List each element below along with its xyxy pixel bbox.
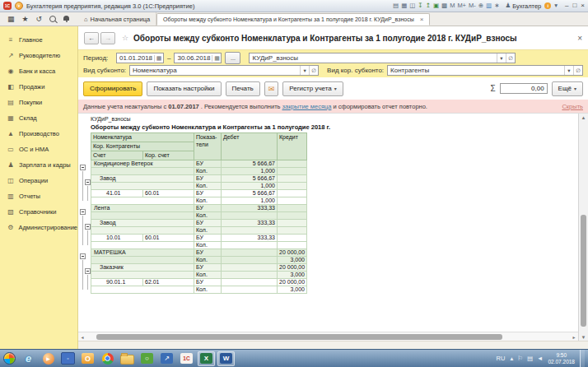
show-desktop-button[interactable] bbox=[580, 350, 585, 367]
subconto-combo[interactable]: Номенклатура ▾ ∅ bbox=[129, 65, 319, 76]
register-menu-button[interactable]: Регистр учета▾ bbox=[282, 81, 343, 96]
sidebar-item-fixed-assets[interactable]: ▭ОС и НМА bbox=[0, 142, 77, 157]
sidebar-item-reports[interactable]: ▥Отчеты bbox=[0, 188, 77, 204]
calendar-icon[interactable]: ▦ bbox=[212, 55, 221, 62]
notifications-bell-icon[interactable] bbox=[63, 16, 69, 21]
app-grid-icon[interactable]: ▦ bbox=[7, 14, 15, 24]
cor-subconto-combo[interactable]: Контрагенты ▾ ∅ bbox=[387, 65, 583, 76]
sidebar-item-warehouse[interactable]: ▦Склад bbox=[0, 110, 77, 126]
favorites-star-icon[interactable]: ★ bbox=[22, 14, 29, 24]
hscroll-track[interactable] bbox=[86, 334, 570, 340]
vertical-scrollbar[interactable]: ▲ ▼ bbox=[578, 114, 588, 341]
tray-expand-icon[interactable]: ▴ bbox=[510, 355, 513, 362]
report-row[interactable]: МАТРЕШКАБУ20 000,00 bbox=[91, 249, 307, 257]
save-icon[interactable]: ▤ bbox=[393, 2, 399, 10]
dropdown-arrow-icon[interactable]: ▾ bbox=[564, 66, 573, 75]
tree-expander[interactable] bbox=[85, 268, 91, 274]
scroll-up-icon[interactable]: ▲ bbox=[579, 114, 588, 122]
tab-report[interactable]: Обороты между субконто Номенклатура и Ко… bbox=[156, 13, 430, 26]
generate-button[interactable]: Сформировать bbox=[83, 81, 142, 96]
mail-button[interactable]: ✉ bbox=[264, 81, 279, 96]
vscroll-thumb[interactable] bbox=[581, 215, 586, 327]
taskbar-app-ie[interactable]: e bbox=[20, 351, 37, 366]
report-row[interactable]: Кол. bbox=[91, 227, 307, 235]
taskbar-app-word[interactable]: W bbox=[217, 351, 235, 366]
tab-home[interactable]: ⌂ Начальная страница bbox=[78, 12, 156, 26]
sidebar-item-administration[interactable]: ⚙Администрирование bbox=[0, 220, 77, 235]
report-row[interactable]: Кол.1,000 bbox=[91, 183, 307, 190]
period-picker-button[interactable]: ... bbox=[225, 52, 240, 64]
sidebar-item-main[interactable]: ≡Главное bbox=[0, 32, 77, 48]
taskbar-app-onec[interactable]: 1С bbox=[178, 351, 195, 366]
taskbar-app-chrome[interactable] bbox=[99, 351, 116, 366]
vscroll-track[interactable] bbox=[579, 122, 588, 333]
sum-field[interactable]: 0,00 bbox=[500, 83, 548, 94]
zoom-icon[interactable]: ⊕ bbox=[478, 2, 483, 10]
report-row[interactable]: Кол.1,000 bbox=[91, 197, 307, 205]
memory-plus-label[interactable]: M+ bbox=[457, 2, 466, 10]
tree-expander[interactable] bbox=[85, 224, 91, 230]
report-row[interactable]: 90.01.162.01БУ20 000,00 bbox=[91, 279, 307, 286]
taskbar-clock[interactable]: 9:50 02.07.2018 bbox=[548, 352, 575, 365]
volume-icon[interactable]: ◄ bbox=[537, 355, 543, 362]
current-user[interactable]: ♟ Бухгалтер bbox=[505, 2, 541, 10]
sidebar-item-operations[interactable]: ◫Операции bbox=[0, 173, 77, 188]
user-menu-caret-icon[interactable]: ▾ bbox=[554, 2, 558, 10]
calendar-icon[interactable]: ▣ bbox=[433, 2, 439, 10]
hide-warning-link[interactable]: Скрыть bbox=[562, 103, 583, 110]
report-row[interactable]: ЛентаБУ333,33 bbox=[91, 205, 307, 212]
tree-expander[interactable] bbox=[85, 179, 91, 185]
report-row[interactable]: ЗаводБУ333,33 bbox=[91, 220, 307, 227]
print-icon[interactable]: ▦ bbox=[401, 2, 407, 10]
period-to-field[interactable]: 30.06.2018 ▦ bbox=[174, 53, 222, 63]
taskbar-app-explorer[interactable] bbox=[119, 351, 136, 366]
language-indicator[interactable]: RU bbox=[497, 355, 506, 362]
print-button[interactable]: Печать bbox=[226, 81, 260, 96]
report-row[interactable]: Кол. bbox=[91, 212, 307, 220]
period-from-field[interactable]: 01.01.2018 ▦ bbox=[116, 53, 164, 63]
tree-expander[interactable] bbox=[80, 209, 86, 215]
memory-label[interactable]: M bbox=[450, 2, 455, 10]
tree-expander[interactable] bbox=[80, 253, 86, 259]
sidebar-item-production[interactable]: ▲Производство bbox=[0, 126, 77, 142]
report-row[interactable]: Кол.3,000 bbox=[91, 257, 307, 264]
form-close-icon[interactable]: × bbox=[577, 34, 582, 43]
info-icon[interactable]: i bbox=[544, 2, 551, 9]
send-icon[interactable]: ↥ bbox=[426, 2, 431, 10]
tree-expander[interactable] bbox=[80, 165, 86, 170]
sidebar-item-directories[interactable]: ▧Справочники bbox=[0, 204, 77, 220]
report-row[interactable]: Кол.3,000 bbox=[91, 286, 307, 294]
taskbar-app-recorder[interactable]: ○ bbox=[138, 351, 156, 366]
hscroll-thumb[interactable] bbox=[96, 334, 502, 340]
dropdown-arrow-icon[interactable]: ▾ bbox=[497, 53, 506, 63]
calculator-icon[interactable]: ▩ bbox=[441, 2, 447, 10]
report-row[interactable]: 10.0160.01БУ333,33 bbox=[91, 235, 307, 242]
report-row[interactable]: Кол.3,000 bbox=[91, 272, 307, 279]
print-preview-icon[interactable]: ◫ bbox=[409, 2, 415, 10]
open-value-icon[interactable]: ∅ bbox=[573, 66, 582, 75]
scroll-left-icon[interactable]: ◂ bbox=[78, 334, 86, 340]
more-button[interactable]: Ещё▾ bbox=[552, 81, 583, 96]
open-value-icon[interactable]: ∅ bbox=[309, 66, 318, 75]
export-icon[interactable]: ↧ bbox=[418, 2, 422, 10]
report-row[interactable]: Кондиционер ВетерокБУ5 666,67 bbox=[91, 160, 307, 168]
report-row[interactable]: Кол. bbox=[91, 242, 307, 249]
dropdown-arrow-icon[interactable]: ▾ bbox=[300, 66, 309, 75]
taskbar-app-excel[interactable]: X bbox=[198, 351, 215, 366]
taskbar-app-remote[interactable]: ↗ bbox=[158, 351, 175, 366]
open-value-icon[interactable]: ∅ bbox=[506, 53, 515, 63]
scroll-right-icon[interactable]: ▸ bbox=[570, 334, 578, 340]
start-button[interactable] bbox=[3, 352, 16, 365]
network-icon[interactable]: ▤ bbox=[527, 355, 533, 362]
main-menu-button[interactable]: ▾ bbox=[15, 2, 23, 10]
sidebar-item-salary-hr[interactable]: ♟Зарплата и кадры bbox=[0, 157, 77, 173]
minimize-button[interactable]: – bbox=[565, 2, 568, 10]
sidebar-item-manager[interactable]: ↗Руководителю bbox=[0, 48, 77, 63]
action-center-flag-icon[interactable]: ⚐ bbox=[517, 355, 523, 362]
forward-button[interactable]: → bbox=[100, 32, 115, 44]
report-variant-combo[interactable]: КУДиР_взносы ▾ ∅ bbox=[249, 53, 516, 63]
taskbar-app-outlook[interactable]: O bbox=[79, 351, 96, 366]
search-icon[interactable] bbox=[49, 16, 56, 22]
favorite-star-icon[interactable]: ☆ bbox=[122, 34, 128, 42]
report-row[interactable]: ЗаказчикБУ20 000,00 bbox=[91, 264, 307, 272]
